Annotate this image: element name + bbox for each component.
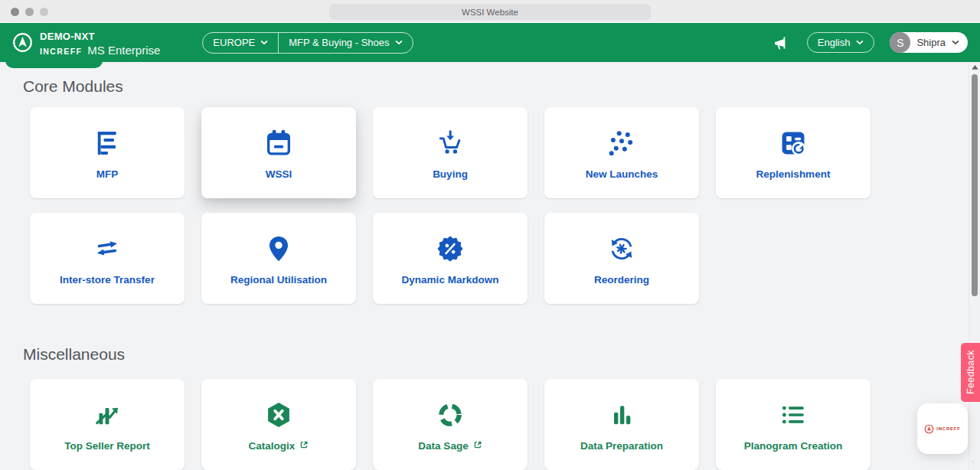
vertical-scrollbar[interactable] (969, 62, 980, 470)
scroll-down-icon[interactable] (972, 460, 978, 466)
window-controls[interactable] (11, 8, 48, 16)
module-card-inter-store-transfer[interactable]: Inter-store Transfer (30, 213, 185, 304)
module-card-label: Buying (433, 168, 468, 180)
section-title-core-modules: Core Modules (23, 62, 980, 96)
module-card-new-launches[interactable]: New Launches (544, 107, 699, 198)
external-link-icon (473, 440, 482, 452)
module-card-replenishment[interactable]: Replenishment (716, 107, 871, 198)
donut-segments-icon (435, 397, 466, 432)
module-card-label: Replenishment (756, 168, 831, 180)
module-card-label: WSSI (266, 168, 292, 180)
module-card-catalogix[interactable]: Catalogix (201, 379, 356, 470)
dot-cluster-icon (606, 126, 637, 161)
module-card-label: Planogram Creation (744, 440, 842, 452)
swap-arrows-icon (92, 231, 122, 266)
chevron-down-icon (395, 40, 403, 45)
grid-sync-icon (778, 126, 808, 161)
user-menu[interactable]: S Shipra (890, 32, 968, 53)
cycle-fan-icon (606, 231, 637, 266)
module-card-reordering[interactable]: Reordering (544, 213, 699, 304)
language-dropdown[interactable]: English (807, 32, 875, 53)
core-modules-grid: MFP WSSI Buying New Launches Replenishme… (30, 107, 887, 304)
module-card-label: Data Sage (418, 440, 468, 452)
chevron-down-icon (952, 40, 959, 45)
module-card-planogram-creation[interactable]: Planogram Creation (716, 379, 871, 470)
zoom-window-icon[interactable] (40, 8, 48, 16)
trending-bars-icon (92, 397, 122, 432)
module-card-data-preparation[interactable]: Data Preparation (544, 379, 699, 470)
minimize-window-icon[interactable] (25, 8, 34, 16)
feedback-button[interactable]: Feedback (961, 343, 980, 402)
chart-rows-icon (92, 126, 122, 161)
module-card-label: Top Seller Report (64, 440, 150, 452)
increff-wordmark: INCREFF (936, 426, 961, 431)
calendar-icon (263, 126, 294, 161)
increff-logo-icon (924, 424, 934, 434)
module-card-label: Catalogix (249, 440, 296, 452)
main-content: Core Modules MFP WSSI Buying New Launche… (0, 62, 980, 470)
miscellaneous-grid: Top Seller Report Catalogix Data Sage (30, 379, 887, 470)
workspace-dropdown[interactable]: MFP & Buying - Shoes (278, 33, 412, 53)
chevron-down-icon (260, 40, 268, 45)
list-icon (778, 397, 808, 432)
module-card-mfp[interactable]: MFP (30, 107, 185, 198)
module-card-wssi[interactable]: WSSI (201, 107, 356, 198)
hexagon-x-icon (263, 397, 294, 432)
module-card-data-sage[interactable]: Data Sage (373, 379, 528, 470)
close-window-icon[interactable] (11, 8, 19, 16)
module-card-label: New Launches (586, 168, 658, 180)
module-card-label: Inter-store Transfer (60, 274, 155, 286)
scrollbar-thumb[interactable] (972, 74, 978, 296)
chevron-down-icon (856, 40, 864, 45)
module-card-label: Data Preparation (580, 440, 663, 452)
user-name: Shipra (916, 37, 946, 48)
brand-block[interactable]: DEMO-NXT INCREFF MS Enterprise (12, 29, 160, 57)
brand-wordmark: INCREFF (40, 47, 82, 56)
scope-selector: EUROPE MFP & Buying - Shoes (202, 32, 413, 54)
browser-tab[interactable]: WSSI Website (329, 4, 651, 20)
module-card-label: MFP (96, 168, 119, 180)
external-link-icon (299, 440, 309, 452)
increff-logo-icon (12, 32, 33, 53)
section-title-miscellaneous: Miscellaneous (23, 345, 980, 364)
increff-chat-widget[interactable]: INCREFF (917, 403, 968, 454)
browser-titlebar: WSSI Website (0, 0, 980, 23)
map-pin-icon (263, 231, 294, 266)
region-dropdown[interactable]: EUROPE (203, 33, 278, 53)
cart-download-icon (435, 126, 466, 161)
app-header: DEMO-NXT INCREFF MS Enterprise EUROPE MF… (0, 23, 980, 62)
avatar: S (890, 32, 910, 53)
module-card-buying[interactable]: Buying (373, 107, 528, 198)
module-card-dynamic-markdown[interactable]: Dynamic Markdown (373, 213, 528, 304)
discount-badge-icon (435, 231, 466, 266)
product-name: MS Enterprise (87, 44, 160, 57)
module-card-label: Reordering (594, 274, 649, 286)
module-card-regional-utilisation[interactable]: Regional Utilisation (201, 213, 356, 304)
bar-chart-icon (606, 397, 637, 432)
app-name: DEMO-NXT (40, 31, 95, 42)
scroll-up-icon[interactable] (972, 64, 978, 70)
module-card-label: Regional Utilisation (230, 274, 327, 286)
announcements-megaphone-icon[interactable] (772, 35, 789, 51)
module-card-top-seller-report[interactable]: Top Seller Report (30, 379, 185, 470)
module-card-label: Dynamic Markdown (402, 274, 499, 286)
window-title: WSSI Website (462, 8, 518, 17)
